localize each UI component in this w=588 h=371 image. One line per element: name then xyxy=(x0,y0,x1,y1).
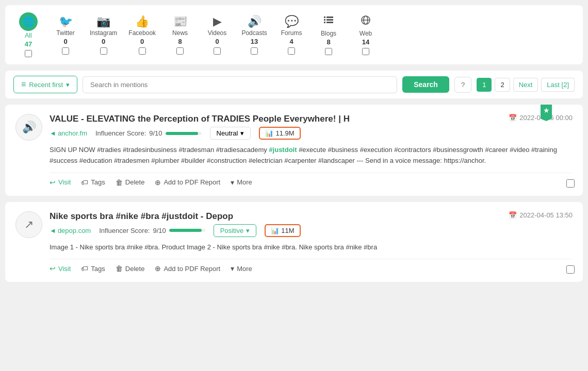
visit-arrow-icon: ↩ xyxy=(50,178,56,187)
svg-rect-4 xyxy=(324,22,325,23)
forums-icon: 💬 xyxy=(285,15,299,28)
filter-count-podcasts: 13 xyxy=(251,38,258,45)
mention-date-2: 📅 2022-04-05 13:50 xyxy=(509,211,573,219)
svg-rect-0 xyxy=(324,16,325,18)
mention-meta-2: Nike sports bra #nike #bra #justdoit - D… xyxy=(50,211,501,237)
sort-icon: ≡ xyxy=(21,80,26,89)
next-page-button[interactable]: Next xyxy=(513,78,538,92)
filter-count-web: 14 xyxy=(362,38,369,46)
mention-meta-1: VALUE - ELEVATING the Perception of TRAD… xyxy=(50,114,501,140)
mention-title-1: VALUE - ELEVATING the Perception of TRAD… xyxy=(50,114,501,124)
sentiment-button-1[interactable]: Neutral ▾ xyxy=(210,127,251,140)
search-bar: ≡ Recent first ▾ Search ? 1 2 Next Last … xyxy=(5,71,583,98)
trash-icon: 🗑 xyxy=(116,178,123,187)
score-bar-1 xyxy=(166,132,202,135)
filter-item-forums[interactable]: 💬 Forums 4 xyxy=(279,15,304,55)
sort-button[interactable]: ≡ Recent first ▾ xyxy=(13,76,77,93)
filter-label-podcasts: Podcasts xyxy=(241,29,267,37)
score-fill-1 xyxy=(166,132,198,135)
more-button-1[interactable]: ▾ More xyxy=(231,178,252,187)
visit-arrow-icon-2: ↩ xyxy=(50,264,56,273)
influencer-score-1: Influencer Score: 9/10 xyxy=(95,129,202,137)
filter-item-videos[interactable]: ▶ Videos 0 xyxy=(204,15,230,55)
mention-source-1[interactable]: ◄ anchor.fm xyxy=(50,129,87,137)
filter-item-blogs[interactable]: Blogs 8 xyxy=(316,14,341,55)
mention-header-2: ↗ Nike sports bra #nike #bra #justdoit -… xyxy=(15,211,573,238)
more-button-2[interactable]: ▾ More xyxy=(231,264,252,273)
filter-checkbox-instagram[interactable] xyxy=(100,47,107,55)
visit-button-1[interactable]: ↩ Visit xyxy=(50,178,71,187)
delete-button-1[interactable]: 🗑 Delete xyxy=(116,178,145,187)
filter-label-facebook: Facebook xyxy=(128,29,156,37)
filter-item-facebook[interactable]: 👍 Facebook 0 xyxy=(128,15,156,55)
bar-chart-icon-2: 📊 xyxy=(271,227,279,234)
bar-chart-icon: 📊 xyxy=(265,129,273,137)
mention-title-2: Nike sports bra #nike #bra #justdoit - D… xyxy=(50,211,501,222)
filter-checkbox-web[interactable] xyxy=(362,48,369,55)
filter-item-podcasts[interactable]: 🔊 Podcasts 13 xyxy=(241,15,267,55)
filter-label-all: All xyxy=(25,32,31,39)
filter-count-videos: 0 xyxy=(215,38,219,45)
web-icon xyxy=(360,14,371,29)
filter-checkbox-podcasts[interactable] xyxy=(251,47,258,55)
tags-button-1[interactable]: 🏷 Tags xyxy=(81,178,105,187)
link-arrow-icon-2: ◄ xyxy=(50,227,56,234)
add-pdf-button-2[interactable]: ⊕ Add to PDF Report xyxy=(155,264,220,273)
tags-button-2[interactable]: 🏷 Tags xyxy=(81,264,105,273)
videos-icon: ▶ xyxy=(213,15,222,28)
plus-icon: ⊕ xyxy=(155,178,161,187)
trash-icon-2: 🗑 xyxy=(116,264,123,273)
svg-rect-5 xyxy=(326,22,333,23)
blogs-icon xyxy=(323,14,334,29)
mention-source-row-2: ◄ depop.com Influencer Score: 9/10 Posit… xyxy=(50,224,501,237)
tags-icon: 🏷 xyxy=(81,178,88,187)
page-1-button[interactable]: 1 xyxy=(477,78,492,92)
filter-item-all[interactable]: 🌐 All 47 xyxy=(15,12,41,57)
filter-checkbox-videos[interactable] xyxy=(214,47,221,55)
last-page-button[interactable]: Last [2] xyxy=(541,78,575,92)
filter-checkbox-twitter[interactable] xyxy=(62,47,69,55)
filter-checkbox-all[interactable] xyxy=(25,50,32,57)
mention-card-2: ↗ Nike sports bra #nike #bra #justdoit -… xyxy=(5,202,583,282)
mention-body-1: SIGN UP NOW #tradies #tradesinbusiness #… xyxy=(50,145,573,166)
score-fill-2 xyxy=(169,229,202,232)
mention-checkbox-2[interactable] xyxy=(566,265,575,274)
share-icon: ↗ xyxy=(24,218,34,231)
filter-label-web: Web xyxy=(360,30,372,37)
header-right-2: 📅 2022-04-05 13:50 xyxy=(509,211,573,219)
visit-button-2[interactable]: ↩ Visit xyxy=(50,264,71,273)
podcast-icon: 🔊 xyxy=(22,121,36,134)
filter-item-instagram[interactable]: 📷 Instagram 0 xyxy=(90,15,117,55)
link-arrow-icon: ◄ xyxy=(50,129,56,137)
filter-item-news[interactable]: 📰 News 8 xyxy=(167,15,193,55)
filter-checkbox-facebook[interactable] xyxy=(139,47,146,55)
mention-source-2[interactable]: ◄ depop.com xyxy=(50,227,91,234)
filter-item-twitter[interactable]: 🐦 Twitter 0 xyxy=(53,15,78,55)
mention-checkbox-1[interactable] xyxy=(566,179,575,188)
pagination: 1 2 Next Last [2] xyxy=(477,78,575,92)
filter-checkbox-news[interactable] xyxy=(176,47,184,55)
sentiment-button-2[interactable]: Positive ▾ xyxy=(214,224,257,237)
twitter-icon: 🐦 xyxy=(59,15,73,28)
filter-checkbox-forums[interactable] xyxy=(288,47,295,55)
page-2-button[interactable]: 2 xyxy=(495,78,510,92)
filter-count-blogs: 8 xyxy=(326,38,330,46)
calendar-icon-2: 📅 xyxy=(509,211,517,219)
reach-badge-2: 📊 11M xyxy=(265,224,300,237)
filter-count-twitter: 0 xyxy=(63,38,67,45)
search-input[interactable] xyxy=(83,76,397,93)
mention-actions-2: ↩ Visit 🏷 Tags 🗑 Delete ⊕ Add to PDF Rep… xyxy=(50,259,573,273)
filter-label-twitter: Twitter xyxy=(56,29,74,37)
filter-item-web[interactable]: Web 14 xyxy=(353,14,379,55)
plus-icon-2: ⊕ xyxy=(155,264,161,273)
add-pdf-button-1[interactable]: ⊕ Add to PDF Report xyxy=(155,178,220,187)
all-icon: 🌐 xyxy=(19,12,38,31)
mention-type-icon-1: 🔊 xyxy=(15,114,42,141)
delete-button-2[interactable]: 🗑 Delete xyxy=(116,264,145,273)
hashtag-justdoit-1: #justdoit xyxy=(269,146,297,154)
filter-icons: 🌐 All 47 🐦 Twitter 0 📷 Instagram 0 xyxy=(15,12,379,57)
help-button[interactable]: ? xyxy=(454,77,471,93)
search-button[interactable]: Search xyxy=(402,76,449,93)
instagram-icon: 📷 xyxy=(96,15,110,28)
filter-checkbox-blogs[interactable] xyxy=(325,48,332,55)
